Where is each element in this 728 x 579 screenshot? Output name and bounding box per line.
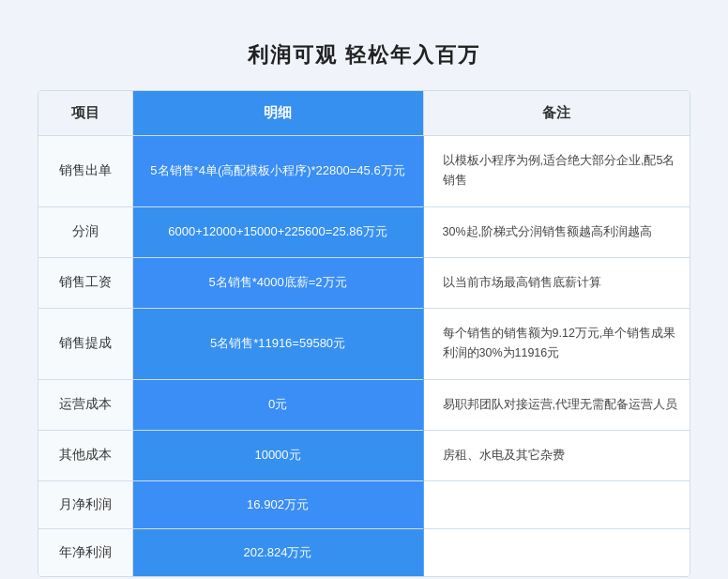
cell-remark: 30%起,阶梯式分润销售额越高利润越高 (423, 206, 690, 257)
profit-table: 项目 明细 备注 销售出单5名销售*4单(高配模板小程序)*22800=45.6… (38, 91, 690, 576)
table-row: 销售提成5名销售*11916=59580元每个销售的销售额为9.12万元,单个销… (38, 309, 690, 380)
page-title: 利润可观 轻松年入百万 (38, 41, 690, 69)
cell-item: 销售提成 (38, 309, 132, 380)
table-row: 年净利润202.824万元 (38, 529, 690, 577)
table-row: 运营成本0元易职邦团队对接运营,代理无需配备运营人员 (38, 379, 690, 430)
cell-remark (423, 529, 690, 577)
cell-remark: 以当前市场最高销售底薪计算 (423, 257, 690, 308)
profit-table-wrapper: 项目 明细 备注 销售出单5名销售*4单(高配模板小程序)*22800=45.6… (38, 90, 690, 577)
table-row: 其他成本10000元房租、水电及其它杂费 (38, 430, 690, 480)
cell-remark: 房租、水电及其它杂费 (423, 430, 690, 480)
cell-item: 月净利润 (38, 481, 132, 529)
header-detail: 明细 (132, 91, 423, 136)
header-remark: 备注 (423, 91, 690, 136)
cell-item: 运营成本 (38, 379, 132, 430)
cell-remark: 以模板小程序为例,适合绝大部分企业,配5名销售 (423, 136, 690, 207)
cell-detail: 5名销售*11916=59580元 (132, 309, 423, 380)
table-row: 销售工资5名销售*4000底薪=2万元以当前市场最高销售底薪计算 (38, 257, 690, 308)
table-row: 分润6000+12000+15000+225600=25.86万元30%起,阶梯… (38, 206, 690, 257)
cell-item: 分润 (38, 206, 132, 257)
cell-item: 销售出单 (38, 136, 132, 207)
cell-detail: 202.824万元 (132, 529, 423, 577)
table-row: 销售出单5名销售*4单(高配模板小程序)*22800=45.6万元以模板小程序为… (38, 136, 690, 207)
cell-detail: 6000+12000+15000+225600=25.86万元 (132, 206, 423, 257)
cell-remark: 每个销售的销售额为9.12万元,单个销售成果利润的30%为11916元 (423, 309, 690, 380)
cell-detail: 16.902万元 (132, 481, 423, 529)
cell-item: 其他成本 (38, 430, 132, 480)
table-header-row: 项目 明细 备注 (38, 91, 690, 136)
cell-item: 销售工资 (38, 257, 132, 308)
page-container: 利润可观 轻松年入百万 项目 明细 备注 销售出单5名销售*4单(高配模板小程序… (19, 19, 709, 579)
cell-detail: 10000元 (132, 430, 423, 480)
cell-remark (423, 481, 690, 529)
header-item: 项目 (38, 91, 132, 136)
table-row: 月净利润16.902万元 (38, 481, 690, 529)
cell-remark: 易职邦团队对接运营,代理无需配备运营人员 (423, 379, 690, 430)
cell-detail: 5名销售*4单(高配模板小程序)*22800=45.6万元 (132, 136, 423, 207)
cell-detail: 0元 (132, 379, 423, 430)
cell-detail: 5名销售*4000底薪=2万元 (132, 257, 423, 308)
cell-item: 年净利润 (38, 529, 132, 577)
table-body: 销售出单5名销售*4单(高配模板小程序)*22800=45.6万元以模板小程序为… (38, 136, 690, 577)
